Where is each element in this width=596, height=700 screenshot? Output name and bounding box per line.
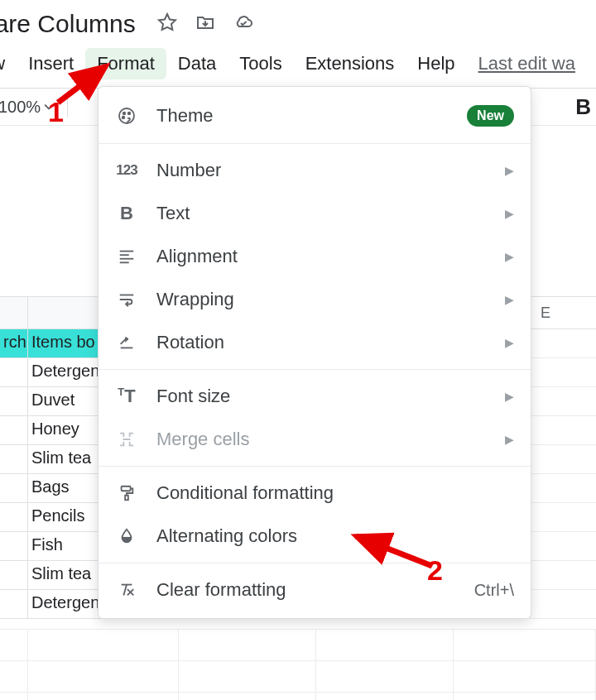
cell[interactable] (0, 416, 28, 445)
cell[interactable] (0, 387, 28, 416)
menu-view[interactable]: ew (0, 48, 17, 79)
font-size-icon: TT (115, 386, 138, 407)
svg-line-14 (123, 585, 127, 596)
menu-item-label: Font size (156, 386, 505, 407)
grid-lines (530, 329, 596, 619)
svg-rect-12 (125, 496, 128, 501)
merge-icon (115, 430, 138, 448)
menu-conditional-formatting[interactable]: Conditional formatting (99, 472, 531, 515)
menu-item-label: Text (156, 203, 505, 224)
menu-clear-formatting[interactable]: Clear formatting Ctrl+\ (99, 568, 531, 611)
menu-format[interactable]: Format (85, 48, 166, 79)
menu-data[interactable]: Data (166, 48, 228, 79)
menu-item-label: Alignment (156, 246, 505, 267)
menu-item-label: Conditional formatting (156, 482, 514, 504)
cell[interactable] (0, 590, 28, 619)
new-badge: New (467, 105, 514, 127)
menu-text[interactable]: B Text ▶ (99, 192, 531, 235)
cell[interactable]: rch. (0, 329, 28, 358)
chevron-right-icon: ▶ (505, 207, 514, 220)
star-icon[interactable] (157, 12, 177, 36)
cell[interactable] (0, 532, 28, 561)
menu-item-label: Rotation (156, 332, 505, 353)
cell[interactable] (0, 358, 28, 387)
keyboard-shortcut: Ctrl+\ (474, 581, 514, 600)
menu-separator (99, 369, 531, 370)
paint-roller-icon (115, 484, 138, 502)
align-icon (115, 247, 138, 266)
menu-alternating-colors[interactable]: Alternating colors (99, 515, 531, 558)
grid-lines (0, 629, 596, 700)
menu-rotation[interactable]: Rotation ▶ (99, 321, 531, 364)
menu-separator (99, 563, 531, 563)
column-header-e[interactable]: E (530, 296, 596, 329)
svg-point-2 (123, 113, 126, 115)
cell[interactable] (0, 445, 28, 474)
menu-font-size[interactable]: TT Font size ▶ (99, 375, 531, 418)
svg-marker-0 (159, 14, 175, 30)
menu-separator (99, 143, 531, 144)
menu-theme[interactable]: Theme New (99, 93, 531, 138)
cell[interactable] (0, 503, 28, 532)
zoom-value: 100% (0, 98, 41, 117)
select-all-corner[interactable] (0, 296, 28, 329)
droplet-icon (115, 527, 138, 545)
menu-number[interactable]: 123 Number ▶ (99, 149, 531, 192)
wrap-icon (115, 290, 138, 309)
menu-bar: ew Insert Format Data Tools Extensions H… (0, 48, 596, 86)
menu-insert[interactable]: Insert (17, 48, 85, 79)
menu-help[interactable]: Help (406, 48, 466, 79)
chevron-right-icon: ▶ (505, 250, 514, 263)
menu-separator (99, 466, 531, 467)
bold-icon: B (115, 203, 138, 224)
menu-item-label: Merge cells (156, 429, 505, 450)
menu-wrapping[interactable]: Wrapping ▶ (99, 278, 531, 321)
menu-item-label: Wrapping (156, 289, 505, 310)
document-title[interactable]: mpare Columns (0, 10, 136, 38)
rotation-icon (115, 333, 138, 352)
svg-point-3 (128, 113, 131, 115)
bold-button[interactable]: B (575, 94, 591, 120)
menu-item-label: Theme (156, 105, 467, 127)
chevron-right-icon: ▶ (505, 433, 514, 446)
last-edit-link[interactable]: Last edit wa (478, 53, 575, 74)
chevron-down-icon (44, 102, 54, 112)
menu-item-label: Clear formatting (156, 579, 474, 601)
cell[interactable] (0, 474, 28, 503)
chevron-right-icon: ▶ (505, 293, 514, 306)
palette-icon (115, 106, 138, 126)
chevron-right-icon: ▶ (505, 336, 514, 349)
svg-point-1 (119, 108, 134, 123)
move-to-folder-icon[interactable] (195, 12, 215, 36)
menu-item-label: Number (156, 160, 505, 181)
chevron-right-icon: ▶ (505, 164, 514, 177)
menu-alignment[interactable]: Alignment ▶ (99, 235, 531, 278)
menu-tools[interactable]: Tools (228, 48, 293, 79)
zoom-dropdown[interactable]: 100% (0, 98, 62, 117)
format-dropdown: Theme New 123 Number ▶ B Text ▶ Alignmen… (98, 86, 531, 619)
svg-rect-11 (122, 487, 131, 491)
menu-extensions[interactable]: Extensions (294, 48, 406, 79)
svg-point-4 (123, 117, 125, 119)
cell[interactable] (0, 561, 28, 590)
cloud-saved-icon (233, 12, 253, 36)
number-icon: 123 (115, 162, 138, 179)
chevron-right-icon: ▶ (505, 390, 514, 403)
menu-merge-cells: Merge cells ▶ (99, 418, 531, 461)
menu-item-label: Alternating colors (156, 525, 514, 547)
clear-format-icon (115, 581, 138, 599)
toolbar-divider (67, 96, 68, 117)
